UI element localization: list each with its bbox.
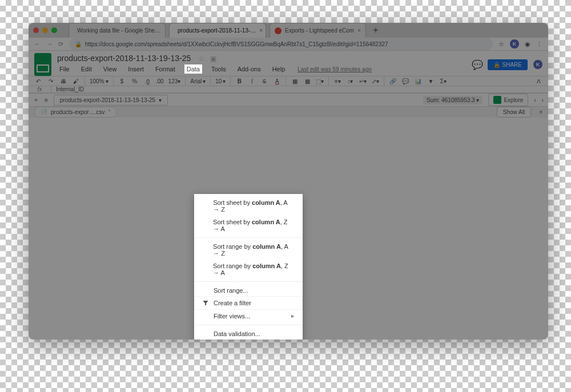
back-button[interactable]: ← bbox=[34, 41, 41, 47]
scroll-left-button[interactable]: ‹ bbox=[534, 97, 536, 103]
borders-button[interactable]: ▦ bbox=[303, 78, 311, 84]
formula-bar: fx Internal_ID bbox=[29, 86, 548, 93]
menu-add-ons[interactable]: Add-ons bbox=[235, 64, 263, 74]
share-button[interactable]: 🔒 SHARE bbox=[488, 59, 528, 70]
zoom-select[interactable]: 100%▾ bbox=[90, 78, 108, 84]
show-all-downloads-button[interactable]: Show All bbox=[497, 107, 531, 118]
sheet-tab-menu-icon[interactable]: ▾ bbox=[159, 97, 162, 103]
comment-button[interactable]: 💬 bbox=[401, 78, 409, 84]
redo-button[interactable]: ↷ bbox=[47, 78, 55, 84]
menu-item[interactable]: Data validation... bbox=[194, 328, 303, 340]
new-tab-button[interactable]: + bbox=[369, 25, 382, 35]
h-align-button[interactable]: ≡▾ bbox=[333, 78, 341, 84]
font-size-select[interactable]: 10▾ bbox=[215, 78, 226, 84]
download-chip[interactable]: 📄 products-expor….csv ˄ bbox=[34, 107, 117, 118]
move-folder-icon[interactable]: ▣ bbox=[210, 55, 216, 63]
explore-button[interactable]: Explore bbox=[488, 94, 528, 106]
sheets-logo-icon[interactable] bbox=[34, 53, 51, 76]
toolbar: ↶ ↷ 🖶 🖌 100%▾ $ % .0̲ .00 123▾ Arial▾ 10… bbox=[29, 76, 548, 86]
menu-item[interactable]: Sort range by column A, A → Z bbox=[194, 240, 303, 260]
browser-tab-2[interactable]: products-export-2018-11-13-… × bbox=[169, 23, 266, 38]
chart-button[interactable]: 📊 bbox=[414, 78, 422, 84]
menu-item[interactable]: Sort sheet by column A, Z → A bbox=[194, 216, 303, 235]
tab-close-icon[interactable]: × bbox=[357, 27, 361, 34]
chevron-up-icon[interactable]: ˄ bbox=[108, 109, 111, 115]
more-formats-button[interactable]: 123▾ bbox=[168, 78, 181, 84]
menu-item[interactable]: Filter views...▸ bbox=[194, 309, 303, 322]
italic-button[interactable]: I bbox=[248, 78, 256, 84]
decrease-decimal-button[interactable]: .0̲ bbox=[143, 78, 151, 84]
merge-button[interactable]: ⬚▾ bbox=[316, 78, 324, 84]
docs-header: products-export-2018-11-13-19-13-25 ☆ ▣ … bbox=[29, 51, 548, 76]
undo-button[interactable]: ↶ bbox=[34, 78, 42, 84]
tab-title: Working data file - Google She… bbox=[77, 27, 160, 34]
paint-format-button[interactable]: 🖌 bbox=[72, 78, 80, 84]
link-button[interactable]: 🔗 bbox=[389, 78, 397, 84]
increase-decimal-button[interactable]: .00 bbox=[156, 78, 164, 84]
close-downloads-bar-button[interactable]: × bbox=[539, 109, 542, 115]
fill-color-button[interactable]: ▦ bbox=[291, 78, 299, 84]
formula-value[interactable]: Internal_ID bbox=[51, 86, 89, 92]
wrap-button[interactable]: ↵▾ bbox=[359, 78, 367, 84]
menu-bar: FileEditViewInsertFormatDataToolsAdd-ons… bbox=[57, 63, 372, 76]
menu-file[interactable]: File bbox=[57, 64, 72, 74]
menu-tools[interactable]: Tools bbox=[209, 64, 228, 74]
data-menu-dropdown: Sort sheet by column A, A → ZSort sheet … bbox=[194, 194, 303, 340]
chevron-right-icon: ▸ bbox=[291, 312, 295, 320]
browser-tab-1[interactable]: Working data file - Google She… bbox=[69, 23, 166, 38]
menu-item[interactable]: Create a filter bbox=[194, 297, 303, 309]
browser-tab-bar: Working data file - Google She… products… bbox=[29, 23, 548, 38]
account-avatar[interactable]: K bbox=[533, 60, 542, 69]
address-field[interactable]: 🔒 https://docs.google.com/spreadsheets/d… bbox=[69, 38, 493, 50]
star-icon[interactable]: ☆ bbox=[198, 55, 204, 63]
text-color-button[interactable]: A bbox=[273, 78, 281, 84]
fx-label: fx bbox=[29, 86, 51, 92]
comments-icon[interactable]: 💬 bbox=[472, 59, 482, 70]
functions-button[interactable]: Σ▾ bbox=[439, 78, 447, 84]
rotate-button[interactable]: ⤢▾ bbox=[371, 78, 379, 84]
menu-format[interactable]: Format bbox=[153, 64, 178, 74]
menu-item[interactable]: Sort sheet by column A, A → Z bbox=[194, 196, 303, 216]
menu-data[interactable]: Data bbox=[184, 64, 202, 74]
edit-history-link[interactable]: Last edit was 59 minutes ago bbox=[297, 66, 372, 72]
forward-button[interactable]: → bbox=[46, 41, 53, 47]
browser-tab-3[interactable]: Exports - Lightspeed eCom × bbox=[270, 23, 366, 38]
font-select[interactable]: Arial▾ bbox=[190, 78, 206, 84]
window-close[interactable] bbox=[33, 27, 39, 33]
reload-button[interactable]: ⟳ bbox=[58, 41, 63, 48]
file-icon: 📄 bbox=[41, 109, 47, 115]
menu-edit[interactable]: Edit bbox=[79, 64, 94, 74]
tab-close-icon[interactable]: × bbox=[259, 27, 263, 34]
profile-avatar[interactable]: K bbox=[510, 39, 519, 49]
lock-icon: 🔒 bbox=[493, 62, 500, 68]
star-bookmark-icon[interactable]: ☆ bbox=[498, 41, 504, 48]
print-button[interactable]: 🖶 bbox=[59, 78, 67, 84]
menu-item[interactable]: Sort range... bbox=[194, 284, 303, 297]
menu-insert[interactable]: Insert bbox=[126, 64, 146, 74]
download-filename: products-expor….csv bbox=[51, 109, 104, 115]
strikethrough-button[interactable]: S̶ bbox=[260, 78, 268, 84]
sheet-tab[interactable]: products-export-2018-11-13-19-13-25 ▾ bbox=[54, 95, 168, 106]
filter-button[interactable]: ▼ bbox=[427, 78, 435, 84]
menu-help[interactable]: Help bbox=[270, 64, 288, 74]
browser-menu-icon[interactable]: ⋮ bbox=[536, 41, 542, 48]
v-align-button[interactable]: ↕▾ bbox=[346, 78, 354, 84]
bold-button[interactable]: B bbox=[235, 78, 243, 84]
extension-icon[interactable]: ◉ bbox=[525, 41, 530, 48]
add-sheet-button[interactable]: ＋ bbox=[33, 96, 39, 104]
window-zoom[interactable] bbox=[51, 27, 57, 33]
lightspeed-favicon bbox=[275, 27, 282, 34]
all-sheets-button[interactable]: ≡ bbox=[45, 97, 48, 103]
document-title[interactable]: products-export-2018-11-13-19-13-25 bbox=[57, 54, 191, 63]
menu-view[interactable]: View bbox=[101, 64, 119, 74]
quicksum-display[interactable]: Sum: 461085953.3 ▾ bbox=[423, 96, 482, 104]
scroll-right-button[interactable]: › bbox=[542, 97, 544, 103]
format-currency-button[interactable]: $ bbox=[118, 78, 126, 84]
window-minimize[interactable] bbox=[42, 27, 48, 33]
menu-item[interactable]: Sort range by column A, Z → A bbox=[194, 260, 303, 279]
tab-title: Exports - Lightspeed eCom bbox=[285, 27, 354, 34]
sheet-tab-label: products-export-2018-11-13-19-13-25 bbox=[60, 97, 155, 103]
expand-toolbar-button[interactable]: ᐱ bbox=[534, 78, 542, 84]
format-percent-button[interactable]: % bbox=[131, 78, 139, 84]
explore-label: Explore bbox=[504, 97, 523, 103]
